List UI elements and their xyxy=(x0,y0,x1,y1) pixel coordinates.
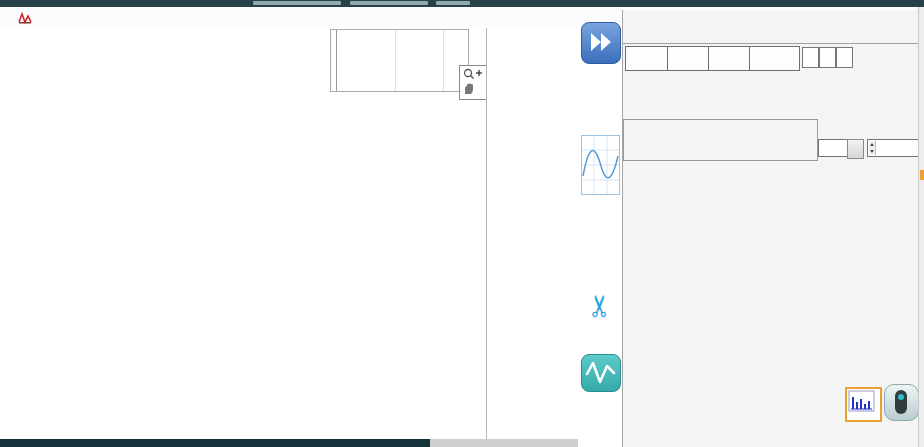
app-window: ✂ xyxy=(0,0,924,447)
tab-strip-baseline xyxy=(623,43,919,44)
register-button[interactable] xyxy=(708,46,750,71)
indicator-box xyxy=(836,47,853,68)
app-logo-icon xyxy=(18,12,32,24)
plot-tool-box xyxy=(459,65,487,100)
settings-panel xyxy=(622,10,919,447)
scroll-marker xyxy=(920,170,924,180)
background-window-strip xyxy=(0,0,924,7)
legend-separator xyxy=(443,30,444,92)
record-mode-combo[interactable] xyxy=(867,139,924,157)
zoom-in-icon[interactable] xyxy=(461,67,485,81)
legend-separator xyxy=(395,30,396,92)
play-button[interactable] xyxy=(581,22,621,64)
background-strip-fragment xyxy=(253,1,341,5)
horizontal-scrollbar-thumb[interactable] xyxy=(0,439,430,447)
single-clear-button[interactable] xyxy=(847,139,864,159)
spinner-icon[interactable] xyxy=(869,141,876,155)
channel-legend xyxy=(330,29,469,92)
trigger-group xyxy=(623,119,818,161)
settings-button[interactable] xyxy=(749,46,800,71)
indicator-box xyxy=(802,47,819,68)
oscilloscope-chart xyxy=(0,28,486,447)
horizontal-scrollbar[interactable] xyxy=(0,439,578,447)
screenshot-scissors-icon[interactable]: ✂ xyxy=(580,288,620,324)
indicator-box xyxy=(819,47,836,68)
camera-lens-icon xyxy=(895,390,907,414)
camera-button[interactable] xyxy=(884,384,919,421)
tool-column: ✂ xyxy=(578,28,622,447)
status-thumbnail xyxy=(581,135,620,195)
waveform-button[interactable] xyxy=(581,354,621,392)
open-button[interactable] xyxy=(625,46,668,71)
pan-hand-icon[interactable] xyxy=(461,82,485,96)
channel-table xyxy=(622,171,910,387)
spectrum-button[interactable] xyxy=(845,387,882,422)
save-button[interactable] xyxy=(667,46,709,71)
background-strip-fragment xyxy=(436,1,470,5)
background-strip-fragment xyxy=(350,1,428,5)
panel-edge-strip xyxy=(918,7,924,447)
measurement-info-panel xyxy=(486,28,580,439)
legend-tree-line xyxy=(336,30,337,92)
